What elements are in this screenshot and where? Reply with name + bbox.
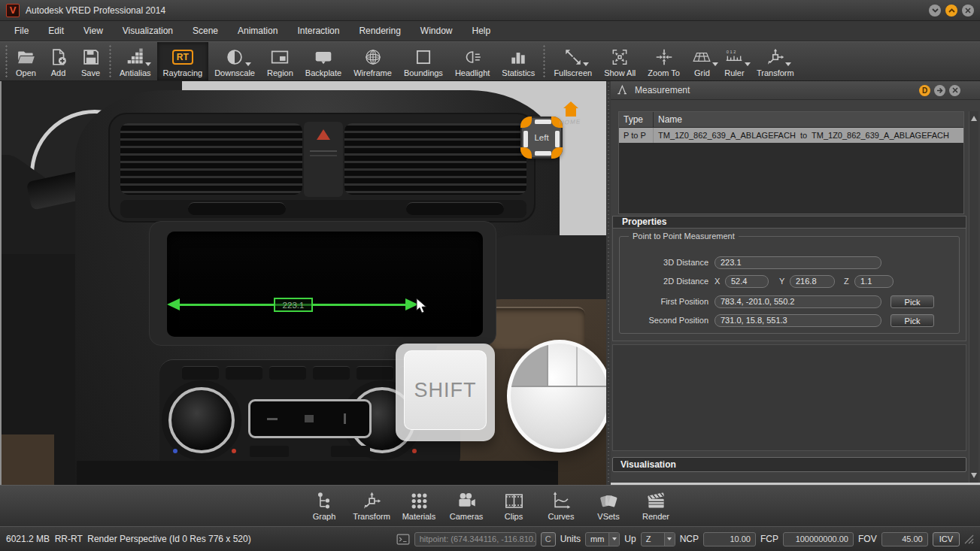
downscale-button[interactable]: Downscale <box>208 42 261 80</box>
menu-interaction[interactable]: Interaction <box>287 21 349 41</box>
antialias-button[interactable]: Antialias <box>114 42 157 80</box>
distance-3d-label: 3D Distance <box>626 258 708 267</box>
menu-animation[interactable]: Animation <box>228 21 287 41</box>
antialias-pixels-icon <box>125 47 145 67</box>
display-glyph <box>305 415 314 422</box>
distance-2d-z-field[interactable]: 1.1 <box>854 275 894 288</box>
first-position-field[interactable]: 783.4, -201.0, 550.2 <box>715 295 881 308</box>
measurement-type-cell[interactable]: P to P <box>619 128 654 143</box>
panel-detach-button[interactable] <box>934 85 945 96</box>
statistics-button[interactable]: Statistics <box>496 42 541 80</box>
table-row[interactable]: P to P TM_1Z0_862_639_A_ABLAGEFACH to TM… <box>619 128 963 143</box>
measurement-panel-header[interactable]: Measurement D <box>611 81 980 100</box>
menu-edit[interactable]: Edit <box>38 21 74 41</box>
dock-render-button[interactable]: Render <box>634 491 678 521</box>
scroll-down-arrow-icon[interactable] <box>971 473 977 480</box>
climate-display <box>248 399 372 438</box>
fcp-field[interactable]: 100000000.00 <box>783 532 854 546</box>
dropdown-arrow-icon[interactable] <box>608 533 619 546</box>
menu-rendering[interactable]: Rendering <box>349 21 410 41</box>
materials-dots-icon <box>409 491 429 511</box>
dropdown-arrow-icon[interactable] <box>145 62 151 66</box>
clear-button[interactable]: C <box>541 532 556 546</box>
raytracing-button[interactable]: RT Raytracing <box>157 42 209 80</box>
fov-field[interactable]: 45.00 <box>881 532 928 546</box>
dropdown-arrow-icon[interactable] <box>245 62 251 66</box>
menu-window[interactable]: Window <box>411 21 463 41</box>
region-button[interactable]: Region <box>261 42 299 80</box>
add-button[interactable]: Add <box>42 42 74 80</box>
wireframe-button[interactable]: Wireframe <box>347 42 398 80</box>
measurement-name-cell[interactable]: TM_1Z0_862_639_A_ABLAGEFACH to TM_1Z0_86… <box>654 128 949 143</box>
icv-button[interactable]: ICV <box>933 532 960 546</box>
ruler-button[interactable]: 0 1 2 Ruler <box>718 42 751 80</box>
properties-section-header[interactable]: Properties <box>612 216 966 229</box>
nav-cube-edge[interactable] <box>555 131 560 147</box>
navigation-cube[interactable]: Left <box>520 117 563 159</box>
dropdown-arrow-icon[interactable] <box>583 62 589 66</box>
transform-button[interactable]: Transform <box>751 42 800 80</box>
dock-cameras-button[interactable]: Cameras <box>444 491 489 521</box>
distance-2d-y-field[interactable]: 216.8 <box>790 275 835 288</box>
nav-cube-edge[interactable] <box>535 151 551 156</box>
dock-graph-button[interactable]: Graph <box>302 491 347 521</box>
backplate-button[interactable]: Backplate <box>299 42 347 80</box>
open-button[interactable]: Open <box>10 42 42 80</box>
home-icon[interactable] <box>562 101 580 117</box>
resize-grip-icon[interactable] <box>964 534 974 544</box>
dock-materials-button[interactable]: Materials <box>397 491 441 521</box>
nav-cube-edge[interactable] <box>535 120 551 124</box>
second-position-field[interactable]: 731.0, 15.8, 551.3 <box>715 314 881 327</box>
second-position-pick-button[interactable]: Pick <box>890 314 934 327</box>
dropdown-arrow-icon[interactable] <box>664 533 675 546</box>
dock-vsets-button[interactable]: VSets <box>587 491 631 521</box>
ncp-field[interactable]: 10.00 <box>703 532 756 546</box>
dock-clips-button[interactable]: Clips <box>492 491 536 521</box>
save-button[interactable]: Save <box>74 42 107 80</box>
grid-button[interactable]: Grid <box>686 42 718 80</box>
menu-help[interactable]: Help <box>463 21 501 41</box>
menu-scene[interactable]: Scene <box>183 21 228 41</box>
close-button[interactable] <box>962 5 974 17</box>
column-header-name[interactable]: Name <box>654 112 682 127</box>
fov-label: FOV <box>858 534 877 544</box>
module-dock: Graph Transform Materials Cameras Clips … <box>0 485 980 526</box>
temp-dot-blue <box>173 449 177 453</box>
panel-scrollbar[interactable] <box>969 111 978 483</box>
fullscreen-button[interactable]: Fullscreen <box>548 42 598 80</box>
headlight-button[interactable]: Headlight <box>449 42 496 80</box>
dropdown-arrow-icon[interactable] <box>712 62 718 66</box>
show-all-button[interactable]: Show All <box>598 42 642 80</box>
distance-2d-x-field[interactable]: 52.4 <box>725 275 769 288</box>
visualisation-section-header[interactable]: Visualisation <box>612 457 966 472</box>
menu-visualization[interactable]: Visualization <box>113 21 183 41</box>
menu-view[interactable]: View <box>74 21 113 41</box>
zoom-to-button[interactable]: Zoom To <box>642 42 686 80</box>
nav-cube-edge[interactable] <box>523 131 528 147</box>
render-viewport[interactable]: 223.1 <box>0 81 606 485</box>
scroll-up-arrow-icon[interactable] <box>971 114 977 121</box>
fcp-label: FCP <box>760 534 778 544</box>
distance-3d-field[interactable]: 223.1 <box>715 256 881 269</box>
minimize-button[interactable] <box>929 5 941 17</box>
dock-curves-button[interactable]: Curves <box>539 491 584 521</box>
first-position-pick-button[interactable]: Pick <box>890 295 934 308</box>
column-header-type[interactable]: Type <box>619 112 654 127</box>
maximize-button[interactable] <box>945 5 957 17</box>
dropdown-arrow-icon[interactable] <box>785 62 791 66</box>
hazard-label-lines <box>310 155 337 156</box>
toolbar-separator <box>108 45 112 77</box>
panel-close-button[interactable] <box>949 85 960 96</box>
bar-chart-icon <box>508 47 529 67</box>
dock-transform-button[interactable]: Transform <box>350 491 394 521</box>
units-dropdown[interactable]: mm <box>585 532 620 546</box>
console-icon[interactable] <box>396 534 410 545</box>
panel-dock-button[interactable]: D <box>919 85 930 96</box>
up-axis-dropdown[interactable]: Z <box>641 532 675 546</box>
nav-cube-corner[interactable] <box>551 147 563 159</box>
menu-file[interactable]: File <box>5 21 38 41</box>
nav-cube-face-label[interactable]: Left <box>534 133 548 142</box>
hitpoint-field[interactable]: hitpoint: (674.344116, -116.810... <box>414 532 536 546</box>
dropdown-arrow-icon[interactable] <box>745 62 751 66</box>
boundings-button[interactable]: Boundings <box>398 42 449 80</box>
